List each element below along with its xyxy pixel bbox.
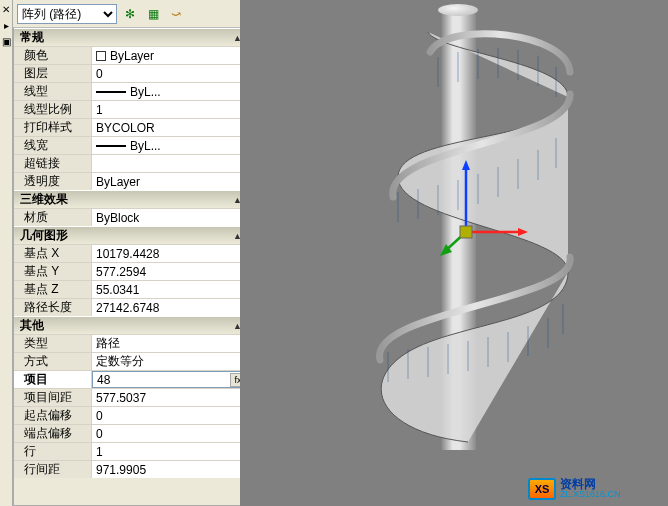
select-objects-icon[interactable]: ▦ [143,4,163,24]
prop-row-linetype[interactable]: 线型 ByL... [14,82,248,100]
prop-row-material[interactable]: 材质 ByBlock [14,208,248,226]
pick-point-icon[interactable]: ⤻ [166,4,186,24]
section-title: 几何图形 [20,227,68,244]
prop-row-method[interactable]: 方式 定数等分 [14,352,248,370]
prop-row-base-y[interactable]: 基点 Y 577.2594 [14,262,248,280]
color-swatch-icon [96,51,106,61]
properties-panel: ✕ ▸ ▣ 阵列 (路径) ✻ ▦ ⤻ 常规 ▲ 颜色 ByLayer 图层 [0,0,240,506]
collapse-icon[interactable]: ▸ [0,20,12,32]
section-title: 其他 [20,317,44,334]
pin-icon[interactable]: ▣ [0,36,12,48]
prop-row-base-x[interactable]: 基点 X 10179.4428 [14,244,248,262]
prop-row-transparency[interactable]: 透明度 ByLayer [14,172,248,190]
section-title: 三维效果 [20,191,68,208]
prop-row-path-length[interactable]: 路径长度 27142.6748 [14,298,248,316]
prop-row-lineweight[interactable]: 线宽 ByL... [14,136,248,154]
prop-row-hyperlink[interactable]: 超链接 [14,154,248,172]
panel-sidestrip: ✕ ▸ ▣ [0,0,13,506]
prop-row-row-spacing[interactable]: 行间距 971.9905 [14,460,248,478]
object-type-select[interactable]: 阵列 (路径) [17,4,117,24]
linetype-sample-icon [96,91,126,93]
section-geometry-header[interactable]: 几何图形 ▲ [14,226,248,244]
prop-row-rows[interactable]: 行 1 [14,442,248,460]
prop-row-plotstyle[interactable]: 打印样式 BYCOLOR [14,118,248,136]
panel-toolbar: 阵列 (路径) ✻ ▦ ⤻ [13,0,249,28]
lineweight-sample-icon [96,145,126,147]
section-visual-header[interactable]: 三维效果 ▲ [14,190,248,208]
section-general-header[interactable]: 常规 ▲ [14,28,248,46]
prop-row-color[interactable]: 颜色 ByLayer [14,46,248,64]
watermark-cn: 资料网 [560,479,621,489]
quick-select-icon[interactable]: ✻ [120,4,140,24]
spiral-staircase [338,2,598,462]
prop-row-base-z[interactable]: 基点 Z 55.0341 [14,280,248,298]
prop-row-ltscale[interactable]: 线型比例 1 [14,100,248,118]
prop-row-end-offset[interactable]: 端点偏移 0 [14,424,248,442]
watermark-logo: XS [528,478,556,500]
prop-row-array-type[interactable]: 类型 路径 [14,334,248,352]
panel-body: 阵列 (路径) ✻ ▦ ⤻ 常规 ▲ 颜色 ByLayer 图层 0 线型 By… [13,0,249,506]
3d-viewport[interactable]: XS 资料网 ZL.XS1616.CN [240,0,668,506]
section-other-header[interactable]: 其他 ▲ [14,316,248,334]
close-icon[interactable]: ✕ [0,4,12,16]
items-input[interactable] [97,373,247,387]
property-list: 常规 ▲ 颜色 ByLayer 图层 0 线型 ByL... 线型比例 1 打印… [13,28,249,506]
watermark: XS 资料网 ZL.XS1616.CN [528,478,660,500]
prop-row-items[interactable]: 项目 fx [14,370,248,388]
prop-row-start-offset[interactable]: 起点偏移 0 [14,406,248,424]
prop-row-layer[interactable]: 图层 0 [14,64,248,82]
watermark-url: ZL.XS1616.CN [560,489,621,499]
prop-row-item-spacing[interactable]: 项目间距 577.5037 [14,388,248,406]
section-title: 常规 [20,29,44,46]
